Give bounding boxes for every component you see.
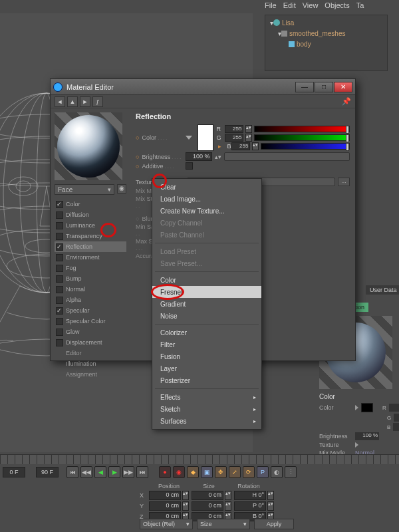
step-back-icon[interactable]: ◀◀ bbox=[80, 466, 92, 478]
ctx-clear[interactable]: Clear bbox=[152, 181, 261, 193]
ctx-fusion[interactable]: Fusion bbox=[152, 350, 261, 362]
hierarchy-item-lisa[interactable]: ▾ Lisa bbox=[267, 17, 385, 28]
channel-illumination[interactable]: Illumination bbox=[55, 358, 126, 369]
checkbox-icon[interactable] bbox=[56, 339, 63, 346]
record-icon[interactable]: ● bbox=[159, 466, 171, 478]
r-field[interactable]: 255 bbox=[225, 125, 243, 133]
menu-edit[interactable]: Edit bbox=[283, 1, 296, 9]
channel-environment[interactable]: Environment bbox=[55, 252, 126, 263]
goto-end-icon[interactable]: ⏭ bbox=[136, 466, 148, 478]
brightness-field[interactable]: 100 % bbox=[186, 152, 212, 161]
apply-button[interactable]: Apply bbox=[254, 519, 294, 529]
ctx-color[interactable]: Color bbox=[152, 274, 261, 286]
channel-transparency[interactable]: Transparency bbox=[55, 231, 126, 241]
additive-checkbox[interactable] bbox=[186, 162, 193, 170]
r-slider[interactable] bbox=[254, 126, 350, 132]
target-icon[interactable]: ◉ bbox=[117, 184, 126, 194]
channel-normal[interactable]: Normal bbox=[55, 284, 126, 295]
color-swatch[interactable] bbox=[198, 124, 213, 151]
titlebar[interactable]: Material Editor — □ ✕ bbox=[51, 79, 355, 95]
b-field[interactable]: 255 bbox=[231, 142, 250, 150]
ctx-fresnel[interactable]: Fresnel bbox=[152, 286, 261, 298]
close-button[interactable]: ✕ bbox=[334, 82, 352, 92]
keyframe-icon[interactable]: ◆ bbox=[187, 466, 199, 478]
attr-r-field[interactable]: 0 bbox=[389, 404, 399, 412]
g-field[interactable]: 255 bbox=[225, 134, 243, 142]
channel-glow[interactable]: Glow bbox=[55, 327, 126, 337]
channel-bump[interactable]: Bump bbox=[55, 273, 126, 284]
channel-assignment[interactable]: Assignment bbox=[55, 369, 126, 380]
material-preview[interactable] bbox=[55, 112, 122, 180]
attr-b-field[interactable]: 0 bbox=[393, 423, 399, 431]
checkbox-icon[interactable] bbox=[56, 201, 63, 208]
up-arrow-icon[interactable]: ► bbox=[80, 96, 90, 107]
channel-displacement[interactable]: Displacement bbox=[55, 337, 126, 348]
attr-brightness-field[interactable]: 100 % bbox=[355, 432, 379, 440]
goto-start-icon[interactable]: ⏮ bbox=[66, 466, 78, 478]
size-mode-dropdown[interactable]: Size▾ bbox=[197, 519, 250, 529]
checkbox-icon[interactable] bbox=[56, 265, 63, 272]
channel-specular-color[interactable]: Specular Color bbox=[55, 316, 126, 327]
checkbox-icon[interactable] bbox=[56, 275, 63, 283]
maximize-button[interactable]: □ bbox=[315, 82, 333, 92]
ctx-effects[interactable]: Effects▸ bbox=[152, 391, 261, 403]
checkbox-icon[interactable] bbox=[56, 211, 63, 219]
start-frame-field[interactable]: 0 F bbox=[3, 467, 25, 477]
checkbox-icon[interactable] bbox=[56, 233, 63, 240]
checkbox-icon[interactable] bbox=[56, 307, 63, 315]
checkbox-icon[interactable] bbox=[56, 254, 63, 261]
ctx-filter[interactable]: Filter bbox=[152, 338, 261, 350]
ctx-create-new-texture-[interactable]: Create New Texture... bbox=[152, 205, 261, 217]
scale-key-icon[interactable]: ⤢ bbox=[229, 466, 241, 478]
color-dropdown-icon[interactable] bbox=[186, 136, 192, 140]
play-forward-icon[interactable]: ▶ bbox=[108, 466, 120, 478]
move-key-icon[interactable]: ✥ bbox=[215, 466, 227, 478]
chevron-down-icon[interactable] bbox=[355, 405, 358, 410]
channel-reflection[interactable]: Reflection bbox=[55, 241, 126, 252]
brightness-slider[interactable] bbox=[224, 152, 350, 161]
current-frame-field[interactable]: 90 F bbox=[36, 467, 59, 477]
texture-browse-button[interactable]: … bbox=[338, 178, 350, 186]
timeline[interactable] bbox=[0, 454, 399, 464]
ctx-sketch[interactable]: Sketch▸ bbox=[152, 403, 261, 415]
checkbox-icon[interactable] bbox=[56, 222, 63, 229]
channel-color[interactable]: Color bbox=[55, 199, 126, 209]
channel-diffusion[interactable]: Diffusion bbox=[55, 209, 126, 220]
channel-alpha[interactable]: Alpha bbox=[55, 295, 126, 305]
attr-color-swatch[interactable] bbox=[361, 403, 373, 412]
channel-luminance[interactable]: Luminance bbox=[55, 220, 126, 231]
ctx-layer[interactable]: Layer bbox=[152, 362, 261, 374]
next-arrow-icon[interactable]: ▲ bbox=[67, 96, 78, 107]
autokey-icon[interactable]: ◉ bbox=[173, 466, 185, 478]
rotate-key-icon[interactable]: ⟳ bbox=[243, 466, 255, 478]
menu-tags[interactable]: Ta bbox=[356, 1, 364, 9]
spin-icon[interactable]: ▴▾ bbox=[182, 501, 189, 511]
misc-icon[interactable]: ⋮ bbox=[285, 466, 297, 478]
ctx-posterizer[interactable]: Posterizer bbox=[152, 374, 261, 386]
userdata-tab[interactable]: User Data bbox=[366, 285, 399, 295]
function-icon[interactable]: ƒ bbox=[92, 96, 103, 107]
rot-field[interactable]: H 0° bbox=[234, 491, 266, 500]
pin-icon[interactable]: 📌 bbox=[342, 97, 351, 106]
object-mode-dropdown[interactable]: Object (Rel)▾ bbox=[140, 519, 193, 529]
hierarchy-item-body[interactable]: body bbox=[267, 39, 385, 49]
spin-icon[interactable]: ▴▾ bbox=[245, 125, 252, 133]
spin-icon[interactable]: ▴▾ bbox=[182, 491, 189, 500]
rot-field[interactable]: P 0° bbox=[234, 501, 266, 511]
texture-dropdown-icon[interactable] bbox=[355, 442, 358, 448]
param-key-icon[interactable]: P bbox=[257, 466, 269, 478]
ctx-gradient[interactable]: Gradient bbox=[152, 298, 261, 310]
ctx-surfaces[interactable]: Surfaces▸ bbox=[152, 415, 261, 427]
checkbox-icon[interactable] bbox=[56, 243, 63, 251]
ctx-noise[interactable]: Noise bbox=[152, 310, 261, 322]
ctx-load-image-[interactable]: Load Image... bbox=[152, 193, 261, 205]
play-back-icon[interactable]: ◀ bbox=[94, 466, 106, 478]
pos-field[interactable]: 0 cm bbox=[149, 491, 181, 500]
material-name-field[interactable]: Face▾ bbox=[55, 184, 114, 195]
attr-g-field[interactable]: 0 bbox=[394, 414, 399, 422]
step-forward-icon[interactable]: ▶▶ bbox=[122, 466, 134, 478]
menu-view[interactable]: View bbox=[303, 1, 319, 9]
object-hierarchy-panel[interactable]: ▾ Lisa ▾ smoothed_meshes body bbox=[265, 15, 388, 71]
pla-icon[interactable]: ◐ bbox=[271, 466, 283, 478]
pos-field[interactable]: 0 cm bbox=[149, 501, 181, 511]
